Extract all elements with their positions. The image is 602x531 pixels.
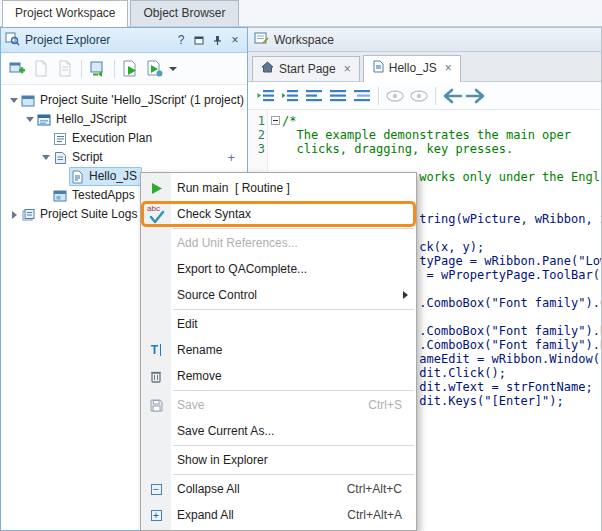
toolbar-separator bbox=[81, 60, 82, 78]
tab-start-page[interactable]: Start Page × bbox=[252, 56, 360, 81]
menu-item-rename[interactable]: T Rename bbox=[141, 337, 416, 363]
code-line: The example demonstrates the main oper bbox=[282, 128, 601, 142]
collapse-all-icon: − bbox=[141, 484, 171, 495]
menu-item-label: Source Control bbox=[171, 288, 403, 302]
menu-item-shortcut: Ctrl+S bbox=[368, 398, 416, 412]
menu-item-add-unit-references[interactable]: Add Unit References... bbox=[141, 230, 416, 256]
tree-item-label: Hello_JS bbox=[87, 168, 141, 185]
tab-label: Hello_JS bbox=[389, 61, 437, 75]
menu-item-show-in-explorer[interactable]: Show in Explorer bbox=[141, 447, 416, 473]
tree-item-project-suite[interactable]: Project Suite 'Hello_JScript' (1 project… bbox=[1, 91, 247, 110]
toolbar-separator bbox=[378, 87, 379, 105]
quick-watch-icon[interactable] bbox=[407, 85, 431, 107]
tree-item-label: Project Suite Logs bbox=[38, 206, 141, 223]
open-file-icon[interactable] bbox=[54, 58, 76, 80]
add-unit-button[interactable]: + bbox=[227, 150, 235, 165]
format-code-icon[interactable] bbox=[350, 85, 374, 107]
indent-icon[interactable] bbox=[278, 85, 302, 107]
close-icon[interactable]: × bbox=[344, 62, 351, 76]
tree-item-execution-plan[interactable]: Execution Plan bbox=[1, 129, 247, 148]
menu-item-label: Save Current As... bbox=[171, 424, 416, 438]
close-icon[interactable]: × bbox=[445, 61, 452, 75]
menu-separator bbox=[173, 445, 414, 446]
run-test-icon[interactable] bbox=[120, 58, 142, 80]
code-line: clicks, dragging, key presses. bbox=[282, 142, 601, 156]
application-window: Project Workspace Object Browser Project… bbox=[0, 0, 602, 531]
save-icon bbox=[141, 399, 171, 412]
tree-item-script[interactable]: Script + bbox=[1, 148, 247, 167]
toolbar-separator bbox=[435, 87, 436, 105]
workspace-header: Workspace bbox=[248, 28, 601, 52]
help-button[interactable]: ? bbox=[173, 32, 189, 48]
pin-icon[interactable] bbox=[209, 32, 225, 48]
menu-separator bbox=[173, 309, 414, 310]
menu-item-label: Collapse All bbox=[171, 482, 347, 496]
chevron-down-icon[interactable] bbox=[39, 155, 53, 160]
submenu-arrow-icon bbox=[403, 291, 408, 299]
menu-item-label: Remove bbox=[171, 369, 416, 383]
tab-hello-js[interactable]: Hello_JS × bbox=[363, 55, 461, 82]
explorer-icon bbox=[5, 31, 20, 49]
run-options-dropdown-icon[interactable] bbox=[169, 67, 177, 71]
tab-project-workspace[interactable]: Project Workspace bbox=[2, 0, 128, 27]
menu-item-collapse-all[interactable]: − Collapse All Ctrl+Alt+C bbox=[141, 476, 416, 502]
check-syntax-icon bbox=[141, 206, 171, 222]
tab-object-browser[interactable]: Object Browser bbox=[130, 0, 238, 26]
menu-item-label: Edit bbox=[171, 317, 416, 331]
document-tab-bar: Start Page × Hello_JS × bbox=[248, 52, 601, 82]
menu-item-check-syntax[interactable]: Check Syntax bbox=[141, 201, 416, 227]
menu-item-save[interactable]: Save Ctrl+S bbox=[141, 392, 416, 418]
chevron-down-icon[interactable] bbox=[7, 98, 21, 103]
run-icon bbox=[141, 182, 171, 195]
menu-item-label: Add Unit References... bbox=[171, 236, 416, 250]
menu-item-run-main[interactable]: Run main [ Routine ] bbox=[141, 175, 416, 201]
fold-collapse-icon[interactable] bbox=[271, 116, 280, 125]
tab-label: Start Page bbox=[279, 62, 336, 76]
menu-item-remove[interactable]: Remove bbox=[141, 363, 416, 389]
align-justify-icon[interactable] bbox=[326, 85, 350, 107]
go-back-icon[interactable] bbox=[440, 85, 464, 107]
tree-item-label: Hello_JScript bbox=[54, 111, 131, 128]
editor-toolbar bbox=[248, 82, 601, 110]
menu-item-export-to-qacomplete[interactable]: Export to QAComplete... bbox=[141, 256, 416, 282]
align-left-icon[interactable] bbox=[302, 85, 326, 107]
menu-item-label: Show in Explorer bbox=[171, 453, 416, 467]
trash-icon bbox=[141, 369, 171, 383]
menu-item-label: Check Syntax bbox=[171, 207, 416, 221]
close-icon[interactable]: × bbox=[227, 32, 243, 48]
menu-item-source-control[interactable]: Source Control bbox=[141, 282, 416, 308]
add-item-icon[interactable] bbox=[6, 58, 28, 80]
toolbar-separator bbox=[114, 60, 115, 78]
outdent-icon[interactable] bbox=[254, 85, 278, 107]
execution-plan-icon bbox=[53, 131, 70, 147]
menu-item-shortcut: Ctrl+Alt+C bbox=[347, 482, 416, 496]
tree-item-project[interactable]: Hello_JScript bbox=[1, 110, 247, 129]
menu-item-label: Run main [ Routine ] bbox=[171, 181, 416, 195]
unit-icon bbox=[70, 169, 87, 185]
menu-item-label: Export to QAComplete... bbox=[171, 262, 416, 276]
menu-separator bbox=[173, 228, 414, 229]
chevron-down-icon[interactable] bbox=[23, 117, 37, 122]
menu-separator bbox=[173, 474, 414, 475]
menu-item-expand-all[interactable]: + Expand All Ctrl+Alt+A bbox=[141, 502, 416, 528]
tree-item-label: TestedApps bbox=[70, 187, 139, 204]
menu-item-save-current-as[interactable]: Save Current As... bbox=[141, 418, 416, 444]
chevron-right-icon[interactable] bbox=[7, 211, 21, 219]
tree-item-label: Execution Plan bbox=[70, 130, 156, 147]
project-explorer-header: Project Explorer ? × bbox=[1, 28, 247, 53]
float-window-icon[interactable] bbox=[191, 32, 207, 48]
new-file-icon[interactable] bbox=[30, 58, 52, 80]
run-routine-icon[interactable] bbox=[144, 58, 166, 80]
menu-separator bbox=[173, 390, 414, 391]
workspace-icon bbox=[254, 31, 269, 48]
expand-all-icon: + bbox=[141, 510, 171, 521]
panel-title: Project Explorer bbox=[25, 33, 171, 47]
go-forward-icon[interactable] bbox=[464, 85, 488, 107]
project-suite-icon bbox=[21, 93, 38, 109]
menu-item-label: Expand All bbox=[171, 508, 347, 522]
watch-expression-icon[interactable] bbox=[383, 85, 407, 107]
code-line: /* bbox=[282, 114, 601, 128]
menu-item-edit[interactable]: Edit bbox=[141, 311, 416, 337]
update-project-icon[interactable] bbox=[87, 58, 109, 80]
workspace-tab-bar: Project Workspace Object Browser bbox=[0, 0, 602, 27]
